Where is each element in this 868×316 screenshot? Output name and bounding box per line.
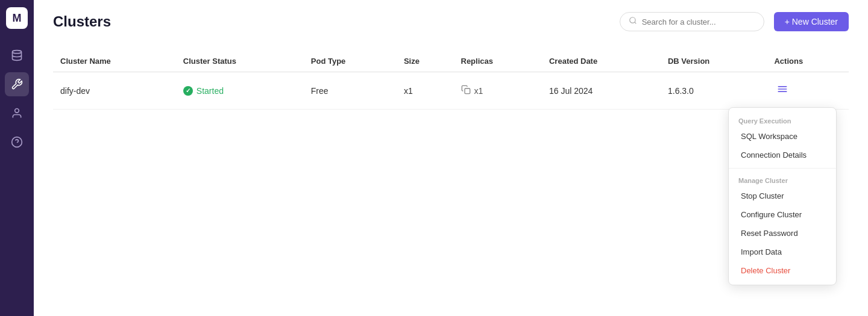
reset-password-item[interactable]: Reset Password bbox=[729, 224, 836, 243]
svg-rect-8 bbox=[778, 88, 787, 90]
configure-cluster-item[interactable]: Configure Cluster bbox=[729, 205, 836, 224]
sidebar: M bbox=[0, 0, 34, 316]
col-created-date: Created Date bbox=[542, 51, 661, 72]
sidebar-item-tools[interactable] bbox=[5, 72, 29, 96]
col-cluster-status: Cluster Status bbox=[176, 51, 304, 72]
cell-db-version: 1.6.3.0 bbox=[661, 72, 767, 110]
header-controls: + New Cluster bbox=[620, 12, 849, 31]
sql-workspace-item[interactable]: SQL Workspace bbox=[729, 127, 836, 146]
status-label: Started bbox=[197, 86, 224, 96]
col-actions: Actions bbox=[767, 51, 849, 72]
search-input[interactable] bbox=[642, 17, 755, 26]
connection-details-item[interactable]: Connection Details bbox=[729, 146, 836, 164]
col-pod-type: Pod Type bbox=[304, 51, 397, 72]
stop-cluster-item[interactable]: Stop Cluster bbox=[729, 187, 836, 205]
replicas-cell: x1 bbox=[461, 85, 535, 96]
replicas-value: x1 bbox=[474, 86, 483, 96]
svg-point-4 bbox=[629, 17, 635, 23]
table-body: dify-dev Started Free x1 bbox=[53, 72, 849, 110]
col-db-version: DB Version bbox=[661, 51, 767, 72]
col-replicas: Replicas bbox=[454, 51, 542, 72]
status-badge: Started bbox=[183, 86, 297, 96]
cell-created-date: 16 Jul 2024 bbox=[542, 72, 661, 110]
manage-section-label: Manage Cluster bbox=[729, 172, 836, 187]
svg-rect-7 bbox=[778, 86, 787, 87]
svg-rect-9 bbox=[778, 91, 787, 92]
new-cluster-button[interactable]: + New Cluster bbox=[774, 12, 849, 31]
sidebar-item-database[interactable] bbox=[5, 43, 29, 67]
clusters-table: Cluster Name Cluster Status Pod Type Siz… bbox=[53, 51, 849, 110]
cell-pod-type: Free bbox=[304, 72, 397, 110]
actions-button[interactable] bbox=[774, 81, 791, 101]
cell-size: x1 bbox=[397, 72, 454, 110]
actions-dropdown: Query Execution SQL Workspace Connection… bbox=[728, 107, 837, 285]
svg-line-5 bbox=[634, 22, 636, 24]
import-data-item[interactable]: Import Data bbox=[729, 243, 836, 261]
svg-rect-6 bbox=[465, 88, 470, 94]
sidebar-logo: M bbox=[6, 7, 28, 29]
cell-cluster-name: dify-dev bbox=[53, 72, 176, 110]
cell-actions bbox=[767, 72, 849, 110]
col-cluster-name: Cluster Name bbox=[53, 51, 176, 72]
table-row: dify-dev Started Free x1 bbox=[53, 72, 849, 110]
cell-cluster-status: Started bbox=[176, 72, 304, 110]
sidebar-item-user[interactable] bbox=[5, 101, 29, 125]
table-header: Cluster Name Cluster Status Pod Type Siz… bbox=[53, 51, 849, 72]
svg-point-0 bbox=[13, 51, 22, 54]
cell-replicas: x1 bbox=[454, 72, 542, 110]
main-content: Clusters + New Cluster Cluster Name Clus… bbox=[34, 0, 868, 316]
status-dot-icon bbox=[183, 86, 193, 96]
sidebar-item-help[interactable] bbox=[5, 130, 29, 154]
search-icon bbox=[629, 16, 637, 27]
page-title: Clusters bbox=[53, 13, 111, 30]
replicas-icon bbox=[461, 85, 471, 96]
col-size: Size bbox=[397, 51, 454, 72]
delete-cluster-item[interactable]: Delete Cluster bbox=[729, 261, 836, 280]
dropdown-divider bbox=[729, 168, 836, 169]
query-section-label: Query Execution bbox=[729, 113, 836, 127]
svg-point-1 bbox=[15, 109, 19, 113]
page-header: Clusters + New Cluster bbox=[53, 12, 849, 31]
search-box bbox=[620, 12, 764, 31]
